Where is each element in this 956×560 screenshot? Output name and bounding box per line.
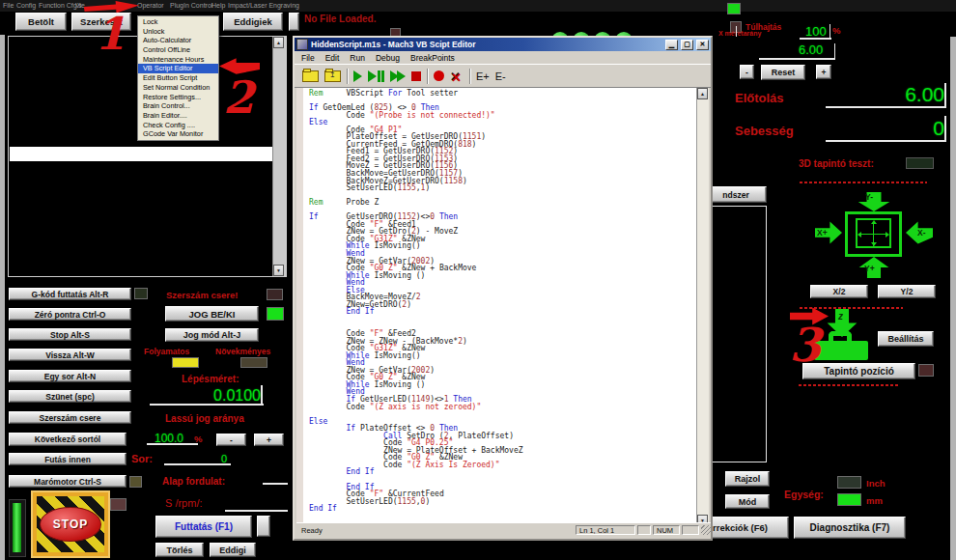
step-icon[interactable] — [390, 70, 406, 82]
override-value[interactable]: 6.00 — [799, 42, 823, 57]
expression-remove-button[interactable]: E- — [495, 70, 506, 82]
cycle-start-button[interactable]: Futtatás (F1) — [155, 516, 252, 538]
run-script-icon[interactable] — [353, 70, 362, 82]
jog-y-minus-arrow[interactable] — [858, 192, 890, 211]
operator-menu-item[interactable]: GCode Var Monitor — [138, 129, 218, 139]
editor-scroll-up-icon[interactable]: ▲ — [697, 88, 708, 99]
recent-button[interactable]: Eddigiek — [223, 13, 283, 31]
operator-menu-item[interactable]: Control OffLine — [138, 45, 218, 55]
menu-help[interactable]: Help — [211, 2, 225, 9]
clear-breakpoints-icon[interactable]: ✕ ✕ — [450, 70, 464, 83]
menu-view[interactable]: Vie — [75, 2, 85, 9]
editor-menu-breakpoints[interactable]: BreakPoints — [410, 53, 455, 63]
open-file-icon[interactable] — [302, 70, 319, 82]
operator-menu-item[interactable]: Auto-Calculator — [138, 36, 218, 45]
menu-impact-laser[interactable]: Impact/Laser Engraving — [228, 2, 299, 9]
mode-button[interactable]: Mód — [725, 494, 770, 509]
scroll-down-icon[interactable]: ▼ — [273, 265, 284, 276]
continuous-led — [172, 357, 199, 368]
single-line-button[interactable]: Egy sor Alt-N — [9, 370, 131, 382]
slow-jog-underline — [147, 443, 198, 445]
jog-on-off-button[interactable]: JOG BE/KI — [165, 306, 259, 322]
feedrate-value: 6.00 — [905, 83, 944, 106]
resize-grip[interactable] — [701, 525, 711, 535]
operator-menu-item[interactable]: Maintenance Hours — [138, 55, 218, 65]
base-speed-underline — [263, 483, 288, 485]
run-from-here-button[interactable]: Futás innen — [9, 453, 127, 465]
editor-menu-file[interactable]: File — [301, 53, 315, 63]
operator-menu-item[interactable]: Lock — [138, 17, 218, 27]
close-icon[interactable]: ✕ — [696, 40, 709, 50]
gcode-scrollbar[interactable]: ▲ ▼ — [272, 37, 286, 276]
save-file-icon[interactable]: ↥ — [324, 70, 341, 82]
menu-operator[interactable]: Operator — [137, 2, 164, 9]
script-code[interactable]: Rem VBScript For Tool setter If GetOemLe… — [296, 88, 701, 513]
run-pause-icon[interactable] — [368, 70, 384, 82]
mach3-screen: File Config Function Cfg's Vie Operator … — [0, 0, 956, 560]
partial-button-top[interactable] — [289, 13, 299, 31]
editor-scrollbar[interactable]: ▲ ▼ — [696, 88, 709, 526]
override-percent-value[interactable]: 100 — [805, 24, 827, 39]
run-gcode-button[interactable]: G-kód futtatás Alt-R — [9, 288, 131, 300]
editor-menu-debug[interactable]: Debug — [376, 53, 400, 63]
editor-menu-run[interactable]: Run — [350, 53, 365, 63]
slow-jog-minus-button[interactable]: - — [216, 434, 246, 446]
scroll-up-icon[interactable]: ▲ — [273, 37, 284, 48]
stop-script-icon[interactable] — [411, 71, 421, 81]
editor-menu-edit[interactable]: Edit — [325, 53, 340, 63]
operator-menu-item[interactable]: Brain Editor.... — [138, 111, 218, 121]
tool-change-button[interactable]: Szerszám csere — [9, 411, 131, 424]
breakpoint-icon[interactable] — [434, 70, 444, 81]
coordinate-system-button[interactable]: ndszer — [705, 186, 767, 203]
divider-dashed-3 — [799, 384, 899, 386]
mm-label: mm — [866, 495, 883, 506]
settings-button[interactable]: Beállítás — [878, 331, 934, 347]
editor-titlebar[interactable]: HiddenScript.m1s - Mach3 VB Scipt Editor… — [295, 38, 711, 51]
spindle-button[interactable]: Marómotor Ctrl-S — [9, 475, 127, 488]
tool-change-label: Szerszám csere! — [166, 290, 238, 300]
menu-plugin-control[interactable]: PlugIn Control — [170, 2, 212, 9]
jog-pad-frame[interactable] — [845, 211, 902, 257]
load-button[interactable]: Betölt — [15, 13, 67, 31]
feedrate-slider[interactable] — [9, 499, 26, 557]
rewind-button[interactable]: Vissza Alt-W — [9, 349, 131, 361]
step-size-dro[interactable]: 0.0100 — [174, 385, 263, 405]
x-half-button[interactable]: X/2 — [810, 285, 868, 298]
pause-button[interactable]: Szünet (spc) — [9, 390, 131, 403]
vb-script-editor-window: HiddenScript.m1s - Mach3 VB Scipt Editor… — [293, 36, 713, 541]
override-reset-button[interactable]: Reset — [761, 65, 805, 80]
code-editor-area[interactable]: Rem VBScript For Tool setter If GetOemLe… — [296, 88, 701, 526]
operator-menu-item[interactable]: Check Config .... — [138, 121, 218, 130]
operator-menu-item[interactable]: Restore Settings... — [138, 93, 218, 102]
partial-button-bottom[interactable] — [257, 516, 270, 537]
feedrate-dro[interactable]: 6.00 — [826, 83, 946, 108]
clear-button[interactable]: Törlés — [155, 543, 204, 557]
stop-button[interactable]: Stop Alt-S — [9, 328, 131, 341]
window-border-right — [950, 37, 956, 560]
zero-point-button[interactable]: Zéró pontra Ctrl-O — [9, 308, 131, 321]
draw-button[interactable]: Rajzol — [725, 471, 770, 487]
from-next-line-button[interactable]: Következő sortól — [9, 433, 127, 446]
menu-config[interactable]: Config — [16, 2, 36, 9]
y-half-button[interactable]: Y/2 — [878, 285, 936, 298]
override-plus-button[interactable]: + — [816, 65, 831, 79]
step-size-label: Lépésméret: — [182, 374, 239, 384]
operator-menu-item[interactable]: Edit Button Script — [138, 73, 218, 83]
menu-file[interactable]: File — [3, 2, 14, 9]
emergency-stop-button[interactable]: STOP — [31, 490, 110, 558]
feedrate-slider-bar[interactable] — [13, 503, 21, 552]
jog-mode-button[interactable]: Jog mód Alt-J — [165, 328, 259, 342]
speed-dro[interactable]: 0 — [826, 116, 946, 142]
minimize-icon[interactable]: ▁ — [665, 40, 678, 50]
diagnostics-button[interactable]: Diagnosztika (F7) — [794, 517, 906, 539]
operator-menu-item[interactable]: Brain Control... — [138, 101, 218, 111]
maximize-icon[interactable]: ▢ — [681, 40, 693, 50]
slow-jog-plus-button[interactable]: + — [254, 434, 284, 446]
jog-on-led — [267, 307, 284, 321]
operator-menu-item[interactable]: VB Script Editor — [138, 64, 218, 73]
operator-menu-item[interactable]: Unlock — [138, 27, 218, 37]
override-minus-button[interactable]: - — [740, 65, 754, 79]
history-button[interactable]: Eddigi — [210, 543, 256, 557]
operator-menu-item[interactable]: Set Normal Condition — [138, 83, 218, 93]
expression-add-button[interactable]: E+ — [476, 70, 490, 82]
